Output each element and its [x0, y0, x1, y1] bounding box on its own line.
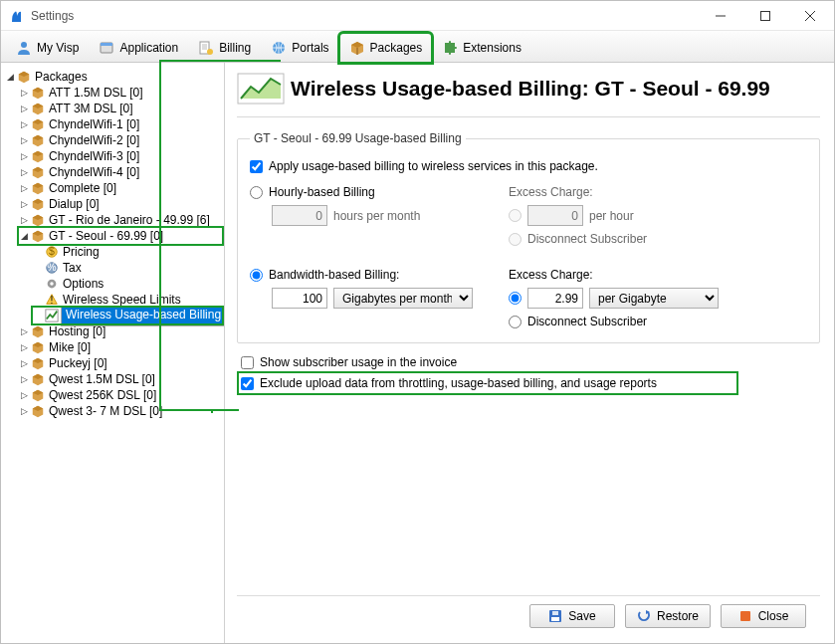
collapse-icon[interactable]: ◢	[19, 231, 29, 241]
tree-child-options[interactable]: Options	[33, 276, 222, 292]
restore-icon	[637, 609, 651, 623]
warning-icon: !	[45, 293, 59, 307]
exclude-upload-input[interactable]	[241, 377, 254, 390]
tree-item[interactable]: ▷ATT 1.5M DSL [0]	[19, 85, 222, 101]
per-gb-unit-select[interactable]: per Gigabyte	[589, 288, 719, 309]
collapse-icon[interactable]: ◢	[5, 72, 15, 82]
tree-child-label: Pricing	[61, 244, 102, 260]
tree-item[interactable]: ▷Qwest 256K DSL [0]	[19, 387, 222, 403]
group-legend: GT - Seoul - 69.99 Usage-based Billing	[250, 131, 466, 145]
tree-child-tax[interactable]: %Tax	[33, 260, 222, 276]
expand-icon[interactable]: ▷	[19, 358, 29, 368]
tab-extensions[interactable]: Extensions	[433, 34, 530, 62]
tree-item[interactable]: ▷Complete [0]	[19, 180, 222, 196]
tab-label: Packages	[370, 42, 423, 54]
maximize-button[interactable]	[742, 1, 787, 30]
per-hour-value-input[interactable]	[527, 205, 583, 226]
tree-item[interactable]: ▷Puckeyj [0]	[19, 355, 222, 371]
page-title: Wireless Usage-based Billing: GT - Seoul…	[291, 77, 770, 101]
package-icon	[31, 356, 45, 370]
apply-usage-checkbox[interactable]: Apply usage-based billing to wireless se…	[250, 159, 807, 173]
exclude-upload-checkbox[interactable]: Exclude upload data from throttling, usa…	[239, 373, 736, 393]
expand-icon[interactable]: ▷	[19, 342, 29, 352]
show-usage-label: Show subscriber usage in the invoice	[260, 355, 457, 369]
hourly-radio-input[interactable]	[250, 186, 263, 199]
expand-icon[interactable]: ▷	[19, 183, 29, 193]
expand-icon[interactable]: ▷	[19, 199, 29, 209]
expand-icon[interactable]: ▷	[19, 215, 29, 225]
expand-icon[interactable]: ▷	[19, 88, 29, 98]
globe-icon	[271, 40, 287, 56]
show-usage-input[interactable]	[241, 356, 254, 369]
show-usage-checkbox[interactable]: Show subscriber usage in the invoice	[241, 355, 820, 369]
close-button[interactable]: Close	[721, 604, 806, 628]
package-icon	[31, 117, 45, 131]
tree-child-usage-billing[interactable]: Wireless Usage-based Billing	[33, 308, 222, 323]
svg-point-5	[207, 49, 213, 55]
tree-item[interactable]: ▷Qwest 3- 7 M DSL [0]	[19, 403, 222, 419]
tree-child-pricing[interactable]: $Pricing	[33, 244, 222, 260]
tab-packages[interactable]: Packages	[340, 34, 432, 62]
per-hour-radio[interactable]: per hour	[509, 205, 807, 226]
tree-item-gt-seoul[interactable]: ◢ GT - Seoul - 69.99 [0]	[19, 228, 222, 244]
tree-item[interactable]: ▷ChyndelWifi-3 [0]	[19, 148, 222, 164]
tree-item-label: Dialup [0]	[47, 196, 102, 212]
tab-application[interactable]: Application	[90, 34, 187, 62]
svg-rect-3	[101, 43, 112, 46]
tree-item[interactable]: ▷ChyndelWifi-2 [0]	[19, 132, 222, 148]
tree-item[interactable]: ▷Qwest 1.5M DSL [0]	[19, 371, 222, 387]
bandwidth-radio[interactable]: Bandwidth-based Billing:	[250, 268, 499, 282]
apply-usage-input[interactable]	[250, 160, 263, 173]
app-icon	[9, 8, 25, 24]
svg-rect-17	[551, 617, 559, 621]
save-button[interactable]: Save	[529, 604, 615, 628]
bandwidth-unit-select[interactable]: Gigabytes per month	[333, 288, 473, 309]
expand-icon[interactable]: ▷	[19, 406, 29, 416]
hourly-radio[interactable]: Hourly-based Billing	[250, 185, 499, 199]
per-hour-radio-input[interactable]	[509, 209, 522, 222]
per-gb-radio-input[interactable]	[509, 292, 522, 305]
close-window-button[interactable]	[787, 1, 832, 30]
restore-button[interactable]: Restore	[625, 604, 711, 628]
disconnect-radio-input-2[interactable]	[509, 316, 522, 328]
hourly-value-input[interactable]	[272, 205, 327, 226]
tab-label: Portals	[292, 42, 328, 54]
disconnect-radio-1[interactable]: Disconnect Subscriber	[509, 232, 807, 246]
tree-item[interactable]: ▷Dialup [0]	[19, 196, 222, 212]
tree-child-label: Options	[61, 276, 105, 292]
tree-item-label: ChyndelWifi-2 [0]	[47, 132, 141, 148]
tree-item-label: ATT 1.5M DSL [0]	[47, 85, 144, 101]
expand-icon[interactable]: ▷	[19, 167, 29, 177]
package-tree[interactable]: ◢ Packages ▷ATT 1.5M DSL [0] ▷ATT 3M DSL…	[1, 63, 225, 643]
bandwidth-value-input[interactable]	[272, 288, 327, 309]
tree-item[interactable]: ▷ChyndelWifi-1 [0]	[19, 116, 222, 132]
expand-icon[interactable]: ▷	[19, 135, 29, 145]
expand-icon[interactable]: ▷	[19, 104, 29, 113]
package-icon	[31, 324, 45, 338]
tree-item[interactable]: ▷Mike [0]	[19, 339, 222, 355]
bandwidth-radio-input[interactable]	[250, 269, 263, 282]
tree-item[interactable]: ▷Hosting [0]	[19, 323, 222, 339]
minimize-button[interactable]	[698, 1, 742, 30]
tab-portals[interactable]: Portals	[262, 34, 337, 62]
tab-billing[interactable]: Billing	[189, 34, 260, 62]
tree-item[interactable]: ▷ATT 3M DSL [0]	[19, 101, 222, 116]
tree-root[interactable]: ◢ Packages	[5, 69, 222, 85]
disconnect-radio-input-1[interactable]	[509, 233, 522, 246]
per-gb-value-input[interactable]	[527, 288, 583, 309]
package-icon	[31, 372, 45, 386]
expand-icon[interactable]: ▷	[19, 326, 29, 336]
tab-my-visp[interactable]: My Visp	[7, 34, 88, 62]
per-gb-radio[interactable]: per Gigabyte	[509, 288, 807, 309]
package-icon	[31, 340, 45, 354]
tree-item[interactable]: ▷GT - Rio de Janeiro - 49.99 [6]	[19, 212, 222, 228]
tree-item[interactable]: ▷ChyndelWifi-4 [0]	[19, 164, 222, 180]
expand-icon[interactable]: ▷	[19, 151, 29, 161]
disconnect-radio-2[interactable]: Disconnect Subscriber	[509, 315, 807, 328]
expand-icon[interactable]: ▷	[19, 390, 29, 400]
person-icon	[16, 40, 32, 56]
expand-icon[interactable]: ▷	[19, 119, 29, 129]
application-icon	[99, 40, 114, 56]
tree-item-label: Mike [0]	[47, 339, 93, 355]
expand-icon[interactable]: ▷	[19, 374, 29, 384]
